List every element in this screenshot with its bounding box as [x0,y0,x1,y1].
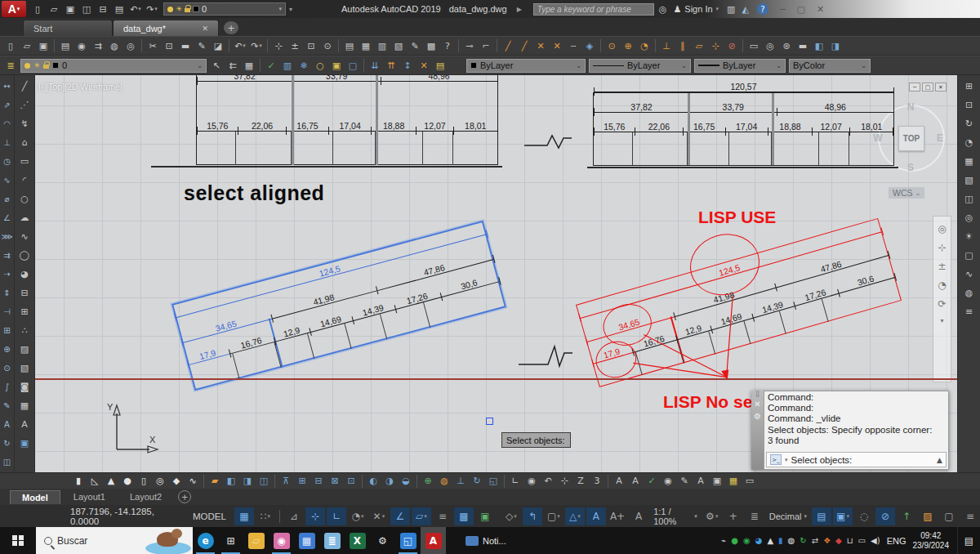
units-button[interactable]: Decimal▾ [766,507,810,525]
dim-linear[interactable]: ↔ [0,77,16,96]
taskbar-app-paint[interactable]: ◉ [269,527,294,554]
save[interactable]: ▣ [62,2,78,16]
cylinder-solid[interactable]: ▯ [136,474,152,489]
designcenter[interactable]: ▦ [358,38,374,53]
status-toggle-object-snap-tracking[interactable]: ∠ [390,507,410,525]
tray-power-icon[interactable]: ◍ [788,536,795,545]
spell-check[interactable]: ✓ [644,474,660,489]
lineweight-dropdown[interactable]: ByLayer ⌄ [694,59,786,73]
snap-quadrant[interactable]: ⊕ [620,38,636,53]
dim-arc-length[interactable]: ◠ [0,114,16,133]
helix[interactable]: ∿ [185,474,201,489]
taskbar-clock[interactable]: 09:42 23/9/2024 [913,531,950,551]
tray-edge-icon[interactable]: ◕ [755,536,763,545]
dim-aligned[interactable]: ⇗ [0,96,16,114]
drawing-flat-small[interactable]: 120,57 37,8233,7948,96 15,7622,0616,7517… [593,92,894,166]
viewport-close-icon[interactable]: ✕ [935,83,947,92]
zoom-window[interactable]: ⊡ [303,38,319,53]
redo[interactable]: ↷▾ [248,38,265,53]
qsave[interactable]: ▣ [35,38,51,53]
tray-security-icon[interactable]: ◆ [835,536,842,545]
polyline-tool[interactable]: ↯ [15,114,34,133]
hatch-tool[interactable]: ⊛ [778,38,795,53]
layer-lock[interactable]: ▣ [328,58,345,73]
viewcube-south[interactable]: S [902,162,919,173]
ucs-3point[interactable]: 3 [589,474,605,489]
dim-jog-line[interactable]: ∫ [0,378,16,396]
viewport-minimize-icon[interactable]: ─ [909,83,920,92]
status-toggle-selection-cycling[interactable]: ▣ [475,507,495,525]
status-toggle-transparency-display[interactable]: ▩ [454,507,474,525]
dimension-segment[interactable]: 17,04 [725,121,768,132]
union[interactable]: ◐ [365,474,381,489]
tray-green-app-icon[interactable]: ● [731,536,738,545]
tray-volume-icon[interactable]: ◀) [871,536,880,545]
rectangle-tool[interactable]: ▭ [15,152,34,171]
taskbar-search-input[interactable] [57,535,131,547]
new-tab-button[interactable]: + [224,21,238,34]
status-toggle-workspace-switching[interactable]: ⚙▾ [702,507,722,525]
layer-states-manager[interactable]: ▦ [241,58,257,73]
markup-set-manager[interactable]: ✎ [407,38,423,53]
tray-network-icon[interactable]: ▭ [858,536,866,545]
annotation-scale-button[interactable]: 1:1 / 100%▾ [650,507,701,525]
status-toggle-annotation-autoscale[interactable]: A+ [608,507,627,525]
status-toggle-lock-ui[interactable]: ▣▾ [833,507,853,525]
ucs[interactable]: ∟ [507,474,523,489]
justify-text[interactable]: ▣ [709,474,725,489]
status-toggle-lineweight-display[interactable]: ≡ [433,507,452,525]
layer-unisolate[interactable]: ▥ [279,58,296,73]
block-editor[interactable]: ◪ [210,38,226,53]
dim-update[interactable]: ↻ [0,434,16,453]
dimension-segment[interactable]: 22,06 [238,120,287,132]
language-indicator[interactable]: ENG [887,536,906,546]
box-solid[interactable]: ▮ [70,474,87,489]
file-tab-start[interactable]: Start [23,20,113,36]
snap-extension[interactable]: ┄ [565,38,581,53]
layer-match[interactable]: ⇈ [383,58,399,73]
dim-jogged[interactable]: ∿ [0,171,16,190]
zoom-realtime[interactable]: ± [287,38,303,53]
qnew[interactable]: ▯ [2,38,19,53]
status-toggle-dwg-status[interactable]: ↑ [897,507,916,525]
status-toggle-isometric-drafting[interactable]: ✕▾ [369,507,389,525]
spline-tool[interactable]: ∿ [15,227,34,246]
viewcube-north[interactable]: N [902,101,919,113]
gradient-tool[interactable]: ▬ [795,38,811,53]
ucs-icon[interactable]: Y X [68,400,164,461]
tray-cleaner-icon[interactable]: ❖ [823,536,831,545]
ucs-origin[interactable]: ⊹ [556,474,572,489]
file-tab-active-document[interactable]: data_dwg* ✕ [113,20,219,36]
ucs-z-axis[interactable]: Z [572,474,589,489]
new-file[interactable]: ▯ [29,2,46,16]
text-frame[interactable]: ▦ [725,474,742,489]
close-icon[interactable]: ✕ [754,400,760,409]
zoom-extents[interactable]: ⊞ [958,77,980,96]
layer-delete[interactable]: ✕ [416,58,432,73]
viewport-controls-label[interactable]: [-][Top][2D Wireframe] [38,82,122,92]
layer-off[interactable]: ○ [312,58,328,73]
taskbar-app-photos[interactable]: ◱ [395,527,421,554]
model-space-button[interactable]: MODEL [193,512,226,521]
loft[interactable]: ◫ [256,474,272,489]
ellipse-tool[interactable]: ◯ [15,246,34,265]
taskbar-app-settings[interactable]: ⚙ [370,527,395,554]
layer-freeze[interactable]: ❄ [296,58,312,73]
3d-rotate[interactable]: ↻ [469,474,485,489]
dimension-segment[interactable]: 37,82 [594,101,689,113]
make-object-layer-current[interactable]: ↖ [208,58,225,73]
tool-palettes[interactable]: ▥ [374,38,390,53]
command-line-toggle[interactable]: ▭ [742,474,758,489]
steering-wheel-icon[interactable]: ◎ [938,223,946,235]
find-text[interactable]: ◉ [660,474,676,489]
layer-isolate[interactable]: ✓ [263,58,279,73]
sweep[interactable]: ◨ [239,474,256,489]
steering-wheel[interactable]: ◍ [958,284,980,302]
status-toggle-selection-filtering[interactable]: ▢▾ [544,507,564,525]
status-toggle-annotation-monitor[interactable]: + [724,507,743,525]
dimension-segment[interactable]: 17,04 [328,120,371,132]
taskbar-app-notepad[interactable]: ≣ [319,527,345,554]
hatch-tool[interactable]: ▨ [15,340,34,359]
customize-wrench-icon[interactable]: ⚙ [754,412,761,421]
xline-tool[interactable]: ⋰ [15,96,34,114]
